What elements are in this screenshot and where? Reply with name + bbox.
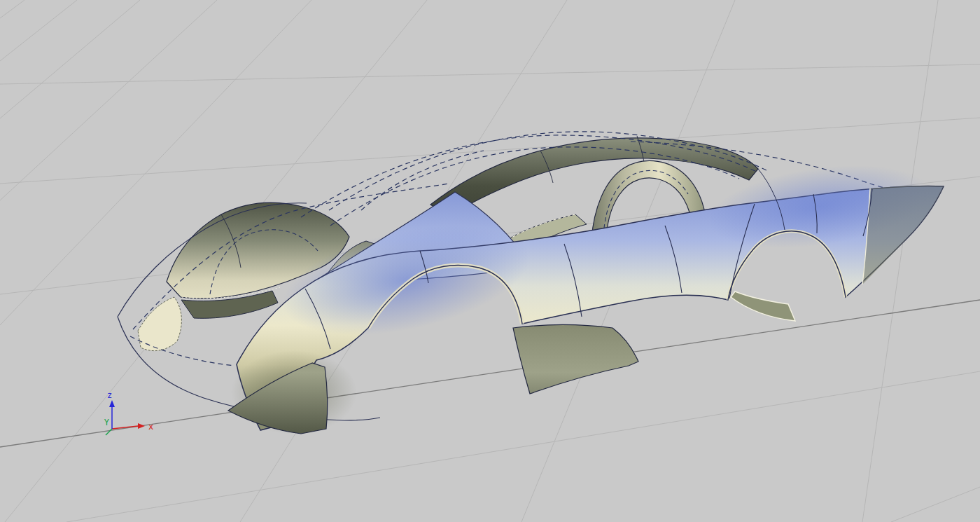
z-axis-label: z <box>107 390 112 400</box>
3d-viewport[interactable]: x z Y <box>0 0 980 522</box>
y-axis-label: Y <box>104 418 110 427</box>
x-axis-label: x <box>148 422 153 432</box>
viewport-canvas[interactable]: x z Y <box>0 0 980 522</box>
